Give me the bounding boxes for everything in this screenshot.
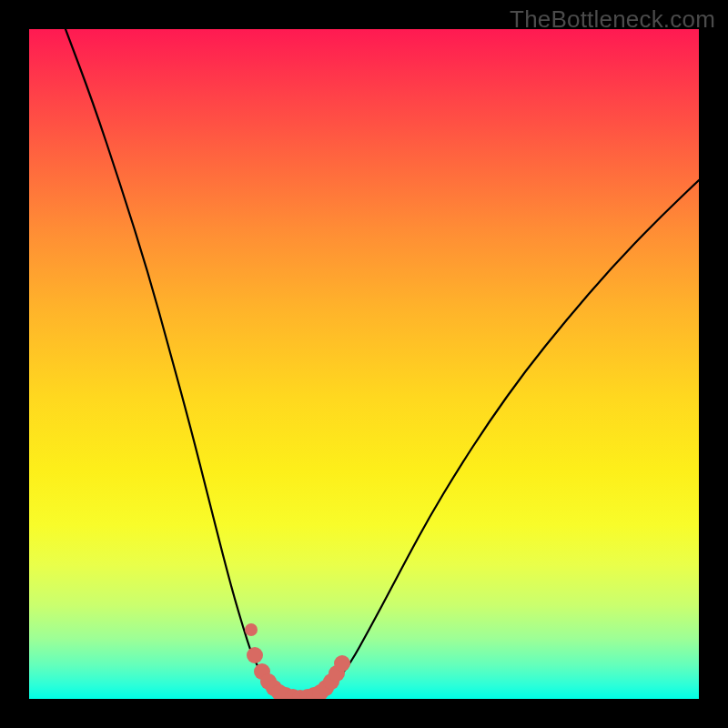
bottleneck-curve <box>66 29 699 696</box>
bottom-dot <box>247 647 263 663</box>
plot-area <box>29 29 699 699</box>
isolated-dot <box>245 623 258 636</box>
bottom-dots-group <box>247 647 350 699</box>
watermark-text: TheBottleneck.com <box>510 5 715 34</box>
bottom-dot <box>334 655 350 672</box>
chart-frame: TheBottleneck.com <box>0 0 728 728</box>
chart-svg <box>29 29 699 699</box>
